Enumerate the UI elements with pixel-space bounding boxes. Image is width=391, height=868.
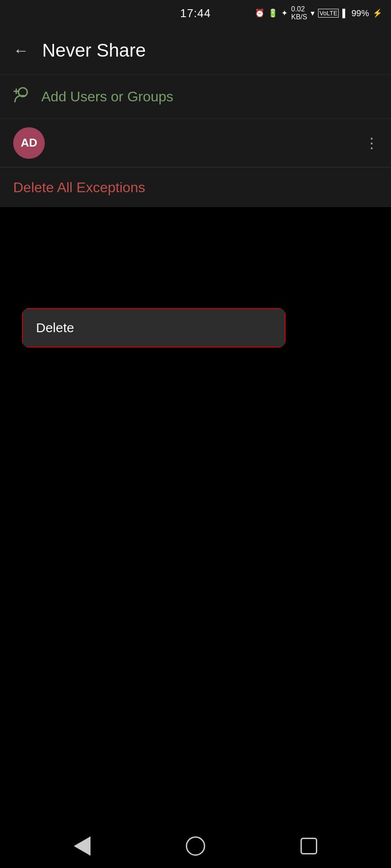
back-nav-icon[interactable]: [74, 836, 91, 856]
delete-exceptions-row[interactable]: Delete All Exceptions: [0, 168, 391, 207]
more-options-icon[interactable]: ⋮: [365, 135, 378, 151]
home-nav-icon[interactable]: [186, 836, 205, 856]
popup-menu: Delete: [22, 308, 286, 348]
back-button[interactable]: ←: [13, 41, 29, 60]
status-icons: ⏰ 🔋 ✦ 0.02KB/S ▾ VoLTE ▌ 99% ⚡: [255, 5, 382, 21]
bluetooth-icon: ✦: [281, 8, 288, 18]
charging-icon: ⚡: [373, 8, 382, 18]
delete-exceptions-label: Delete All Exceptions: [13, 179, 145, 196]
bottom-nav-bar: [0, 824, 391, 868]
page-title: Never Share: [42, 40, 146, 61]
avatar: AD: [13, 127, 45, 159]
add-users-label: Add Users or Groups: [41, 89, 174, 105]
add-users-icon: [13, 87, 31, 107]
delete-menu-item[interactable]: Delete: [22, 308, 286, 348]
data-icon: 0.02KB/S: [291, 5, 307, 21]
status-bar: 17:44 ⏰ 🔋 ✦ 0.02KB/S ▾ VoLTE ▌ 99% ⚡: [0, 0, 391, 26]
delete-menu-label: Delete: [36, 320, 74, 335]
battery-saver-icon: 🔋: [268, 8, 278, 18]
add-users-row[interactable]: Add Users or Groups: [0, 75, 391, 118]
battery-level: 99%: [351, 8, 369, 18]
user-row: AD ⋮: [0, 118, 391, 167]
recent-nav-icon[interactable]: [300, 838, 317, 854]
volte-icon: VoLTE: [318, 9, 339, 18]
main-content: Delete: [0, 207, 391, 868]
status-time: 17:44: [180, 7, 211, 20]
alarm-icon: ⏰: [255, 8, 264, 18]
app-bar: ← Never Share: [0, 26, 391, 75]
wifi-icon: ▾: [311, 8, 315, 18]
signal-icon: ▌: [342, 9, 348, 18]
